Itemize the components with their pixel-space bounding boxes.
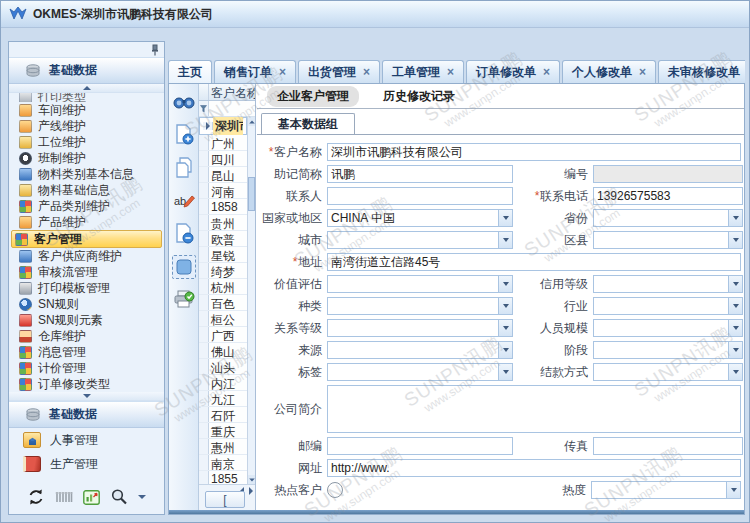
customer-row[interactable]: 百色 [199,295,247,311]
sidebar-scroll-up[interactable] [9,84,164,93]
dropdown-button[interactable] [728,232,742,248]
sidebar-item-sn-rule[interactable]: SN规则 [11,296,162,312]
customer-row[interactable]: 惠州 [199,439,247,455]
close-icon[interactable]: × [639,65,646,79]
industry-select[interactable] [593,297,743,315]
credit-level-select[interactable] [593,275,743,293]
dropdown-button[interactable] [498,232,512,248]
sidebar-item-customer-supplier[interactable]: 客户供应商维护 [11,248,162,264]
close-icon[interactable]: × [447,65,454,79]
customer-row[interactable]: 贵州 [199,215,247,231]
fax-input[interactable] [593,437,743,455]
hot-customer-radio[interactable] [327,482,343,498]
sidebar-item-product-category[interactable]: 产品类别维护 [11,198,162,214]
country-select[interactable]: CHINA 中国 [327,209,513,227]
tab-unaudited-modify[interactable]: 未审核修改单× [658,60,745,83]
company-profile-textarea[interactable] [327,385,741,433]
tab-basic-data-group[interactable]: 基本数据组 [261,113,355,135]
sidebar-group-basic-data[interactable]: 基础数据 [9,57,164,84]
tab-shipment[interactable]: 出货管理× [298,60,380,83]
contact-input[interactable] [327,187,513,205]
sidebar-item-shift[interactable]: 班制维护 [11,150,162,166]
dropdown-button[interactable] [728,320,742,336]
toolbar-more-icon[interactable] [138,495,146,499]
dropdown-button[interactable] [498,364,512,380]
customer-row[interactable]: 石阡 [199,407,247,423]
tag-select[interactable] [327,363,513,381]
customer-row[interactable]: 重庆 [199,423,247,439]
sidebar-module-hr[interactable]: 人事管理 [9,428,164,452]
sidebar-item-customer-management[interactable]: 客户管理 [11,230,162,248]
customer-row[interactable]: 杭州 [199,279,247,295]
customer-row[interactable]: 内江 [199,375,247,391]
customer-row[interactable]: 昆山 [199,167,247,183]
phone-input[interactable] [593,187,743,205]
sidebar-item-product[interactable]: 产品维护 [11,214,162,230]
value-assessment-select[interactable] [327,275,513,293]
customer-row[interactable]: 南京 [199,455,247,471]
customer-list-filter-row[interactable] [199,101,255,117]
report-icon[interactable] [83,490,100,505]
customer-row[interactable]: 1858 [199,199,247,215]
copy-record-button[interactable] [172,156,196,180]
relationship-level-select[interactable] [327,319,513,337]
sidebar-item-audit-flow[interactable]: 审核流管理 [11,264,162,280]
district-select[interactable] [593,231,743,249]
select-mode-button[interactable] [172,255,196,279]
find-button[interactable] [172,90,196,114]
dropdown-button[interactable] [726,482,740,498]
record-navigator[interactable]: [ [205,491,245,508]
dropdown-button[interactable] [728,298,742,314]
scroll-right-icon[interactable] [249,487,253,495]
stage-select[interactable] [593,341,743,359]
dropdown-button[interactable] [498,276,512,292]
sidebar-scroll-down[interactable] [9,392,164,401]
customer-row[interactable]: 广西 [199,327,247,343]
sidebar-item-workshop[interactable]: 车间维护 [11,102,162,118]
tab-home[interactable]: 主页 [168,60,212,83]
search-icon[interactable] [110,488,128,506]
sidebar-item-station[interactable]: 工位维护 [11,134,162,150]
dropdown-button[interactable] [498,298,512,314]
close-icon[interactable]: × [543,65,550,79]
dropdown-button[interactable] [498,210,512,226]
tab-history-records[interactable]: 历史修改记录 [373,86,465,107]
heat-select[interactable] [591,481,741,499]
website-input[interactable] [327,459,741,477]
dropdown-button[interactable] [498,320,512,336]
province-select[interactable] [593,209,743,227]
sidebar-module-production[interactable]: 生产管理 [9,452,164,476]
column-header-customer-name[interactable]: 客户名称 [209,84,255,100]
tab-enterprise-customer[interactable]: 企业客户管理 [267,86,359,107]
customer-row-selected[interactable]: 深圳市 [199,117,247,135]
pin-icon[interactable] [150,44,160,56]
sidebar-item-material-category-info[interactable]: 物料类别基本信息 [11,166,162,182]
sidebar-item-warehouse[interactable]: 仓库维护 [11,328,162,344]
address-input[interactable] [327,253,741,271]
dropdown-button[interactable] [728,342,742,358]
sidebar-item-order-modify-type[interactable]: 订单修改类型 [11,376,162,392]
sidebar-group-basic-data-2[interactable]: 基础数据 [9,401,164,428]
customer-row[interactable]: 四川 [199,151,247,167]
dropdown-button[interactable] [498,342,512,358]
delete-record-button[interactable] [172,222,196,246]
customer-row[interactable]: 欧普 [199,231,247,247]
customer-row[interactable]: 绮梦 [199,263,247,279]
zip-input[interactable] [327,437,513,455]
dropdown-button[interactable] [728,210,742,226]
mnemonic-input[interactable] [327,165,513,183]
tab-personal-modify[interactable]: 个人修改单× [562,60,656,83]
customer-row[interactable]: 桓公 [199,311,247,327]
category-select[interactable] [327,297,513,315]
dropdown-button[interactable] [728,364,742,380]
dropdown-button[interactable] [728,276,742,292]
refresh-icon[interactable] [27,488,45,506]
customer-row[interactable]: 广州 [199,135,247,151]
city-select[interactable] [327,231,513,249]
close-icon[interactable]: × [363,65,370,79]
barcode-icon[interactable] [55,490,73,504]
tab-sales-order[interactable]: 销售订单× [214,60,296,83]
list-vertical-scrollbar[interactable] [247,117,255,484]
scrollbar-thumb[interactable] [248,177,255,211]
sidebar-item-line[interactable]: 产线维护 [11,118,162,134]
